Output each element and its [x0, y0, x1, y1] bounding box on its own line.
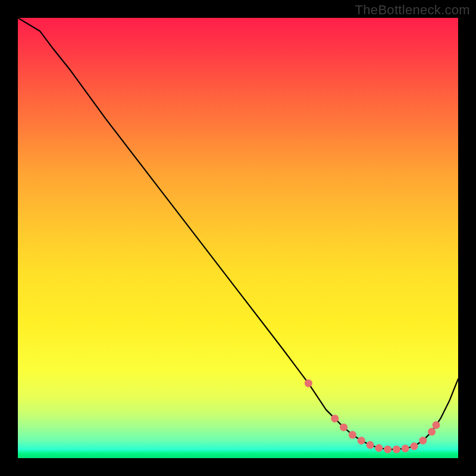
marker-point: [340, 424, 347, 431]
marker-group: [305, 380, 440, 453]
plot-area: [18, 18, 458, 458]
chart-svg: [18, 18, 458, 458]
marker-point: [384, 446, 392, 453]
marker-point: [433, 421, 440, 429]
marker-point: [349, 431, 356, 439]
marker-point: [411, 443, 418, 450]
marker-point: [358, 437, 365, 444]
marker-point: [367, 441, 374, 449]
marker-point: [393, 446, 400, 453]
marker-point: [305, 380, 312, 387]
marker-point: [402, 444, 409, 452]
watermark-text: TheBottleneck.com: [355, 2, 470, 18]
marker-point: [375, 444, 383, 452]
marker-point: [428, 428, 436, 436]
marker-point: [331, 415, 339, 422]
bottleneck-curve-line: [18, 18, 458, 449]
marker-point: [419, 437, 427, 444]
chart-frame: TheBottleneck.com: [0, 0, 476, 476]
